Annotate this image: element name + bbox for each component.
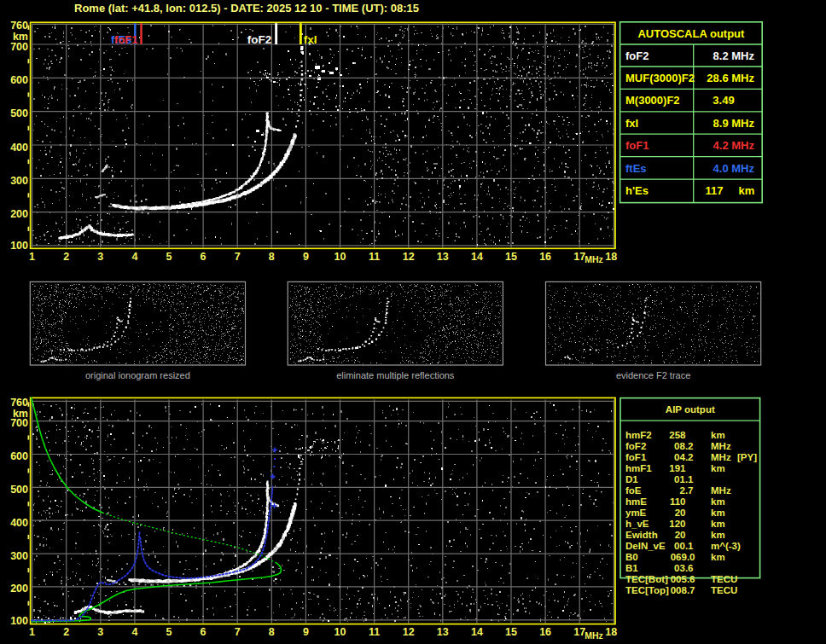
svg-text:03.6: 03.6 — [674, 563, 693, 573]
svg-text:10: 10 — [334, 251, 346, 263]
svg-text:ymE: ymE — [625, 508, 647, 518]
svg-text:6: 6 — [201, 626, 206, 638]
svg-text:MHz: MHz — [585, 630, 603, 641]
svg-text:foE: foE — [625, 485, 642, 496]
svg-text:120: 120 — [669, 519, 685, 529]
svg-text:200: 200 — [10, 208, 28, 220]
svg-text:3.49: 3.49 — [713, 94, 734, 107]
svg-text:600: 600 — [10, 450, 28, 462]
svg-text:fxI: fxI — [625, 117, 638, 130]
svg-text:TECU: TECU — [711, 574, 737, 584]
svg-text:MHz: MHz — [711, 452, 731, 462]
svg-text:4.0 MHz: 4.0 MHz — [713, 162, 755, 175]
svg-text:MHz: MHz — [711, 441, 731, 451]
svg-text:01.1: 01.1 — [674, 474, 694, 484]
svg-text:h_vE: h_vE — [625, 519, 649, 529]
svg-text:08.2: 08.2 — [674, 441, 693, 451]
svg-text:km: km — [711, 463, 725, 473]
svg-text:18: 18 — [605, 626, 617, 638]
svg-text:10: 10 — [334, 626, 346, 638]
svg-text:hmF2: hmF2 — [625, 430, 652, 440]
svg-text:100: 100 — [10, 615, 28, 627]
svg-text:04.2: 04.2 — [674, 452, 693, 462]
svg-text:11: 11 — [369, 251, 380, 263]
svg-text:1: 1 — [29, 251, 35, 263]
svg-text:B1: B1 — [625, 563, 638, 573]
svg-text:AIP output: AIP output — [666, 404, 715, 415]
svg-text:14: 14 — [471, 251, 483, 263]
svg-text:MHz: MHz — [585, 254, 603, 264]
svg-text:17: 17 — [573, 626, 585, 638]
svg-text:2.7: 2.7 — [680, 485, 694, 496]
svg-text:Rome (lat: +41.8, lon: 012.5): Rome (lat: +41.8, lon: 012.5) - DATE: 20… — [74, 2, 419, 15]
svg-text:117: 117 — [706, 184, 724, 197]
svg-text:400: 400 — [10, 517, 28, 529]
svg-text:foF1: foF1 — [625, 452, 647, 462]
svg-text:13: 13 — [437, 251, 449, 263]
svg-text:M(3000)F2: M(3000)F2 — [625, 94, 680, 107]
svg-text:hmE: hmE — [625, 496, 647, 507]
svg-text:m^(-3): m^(-3) — [711, 541, 741, 551]
svg-text:15: 15 — [505, 626, 517, 638]
svg-text:DelN_vE: DelN_vE — [625, 541, 666, 551]
svg-text:069.0: 069.0 — [671, 552, 695, 562]
svg-text:km: km — [711, 552, 725, 562]
svg-text:1: 1 — [29, 626, 35, 638]
svg-text:18: 18 — [605, 251, 617, 263]
svg-text:ftEs: ftEs — [625, 162, 647, 175]
svg-text:km: km — [711, 496, 725, 507]
svg-text:11: 11 — [369, 626, 380, 638]
svg-text:3: 3 — [97, 626, 103, 638]
svg-text:700: 700 — [10, 41, 28, 53]
svg-text:200: 200 — [10, 583, 28, 595]
svg-text:2: 2 — [63, 626, 69, 638]
svg-text:[PY]: [PY] — [737, 452, 757, 462]
svg-text:8.9 MHz: 8.9 MHz — [713, 117, 755, 130]
svg-text:300: 300 — [10, 175, 28, 187]
svg-text:500: 500 — [10, 484, 28, 496]
svg-text:191: 191 — [669, 463, 686, 473]
svg-text:258: 258 — [669, 430, 686, 440]
svg-text:17: 17 — [573, 251, 585, 263]
svg-text:fxI: fxI — [304, 33, 317, 46]
svg-text:hmF1: hmF1 — [625, 463, 652, 473]
svg-text:MUF(3000)F2: MUF(3000)F2 — [625, 72, 695, 84]
svg-text:6: 6 — [201, 251, 206, 263]
svg-text:8: 8 — [269, 626, 275, 638]
svg-text:760: 760 — [10, 397, 28, 409]
svg-text:km: km — [711, 519, 725, 529]
svg-text:20: 20 — [675, 508, 686, 518]
svg-text:100: 100 — [10, 240, 28, 252]
svg-text:foF2: foF2 — [625, 49, 649, 62]
svg-text:2: 2 — [63, 251, 69, 263]
svg-text:12: 12 — [403, 251, 415, 263]
svg-text:5: 5 — [166, 251, 172, 263]
svg-text:TECU: TECU — [711, 585, 737, 595]
svg-text:Ewidth: Ewidth — [625, 530, 658, 540]
svg-text:9: 9 — [303, 626, 309, 638]
svg-text:500: 500 — [10, 107, 28, 119]
svg-text:foF2: foF2 — [247, 33, 272, 46]
svg-text:foF1: foF1 — [114, 33, 137, 46]
svg-text:km: km — [711, 530, 725, 540]
svg-text:4.2 MHz: 4.2 MHz — [713, 139, 755, 152]
svg-text:760: 760 — [10, 20, 28, 32]
svg-text:700: 700 — [10, 417, 28, 429]
svg-text:28.6 MHz: 28.6 MHz — [707, 72, 754, 84]
svg-text:5: 5 — [166, 626, 172, 638]
svg-text:7: 7 — [235, 251, 241, 263]
svg-text:eliminate multiple reflections: eliminate multiple reflections — [336, 370, 455, 380]
svg-text:12: 12 — [403, 626, 415, 638]
svg-text:15: 15 — [505, 251, 517, 263]
svg-text:original ionogram resized: original ionogram resized — [85, 370, 190, 380]
svg-text:8.2 MHz: 8.2 MHz — [713, 49, 755, 62]
svg-text:km: km — [711, 430, 725, 440]
svg-text:MHz: MHz — [711, 485, 731, 496]
svg-text:km: km — [711, 508, 725, 518]
svg-text:km: km — [739, 184, 755, 197]
svg-text:B0: B0 — [625, 552, 638, 562]
svg-text:3: 3 — [97, 251, 103, 263]
svg-text:9: 9 — [303, 251, 309, 263]
svg-text:20: 20 — [675, 530, 686, 540]
svg-text:8: 8 — [269, 251, 275, 263]
